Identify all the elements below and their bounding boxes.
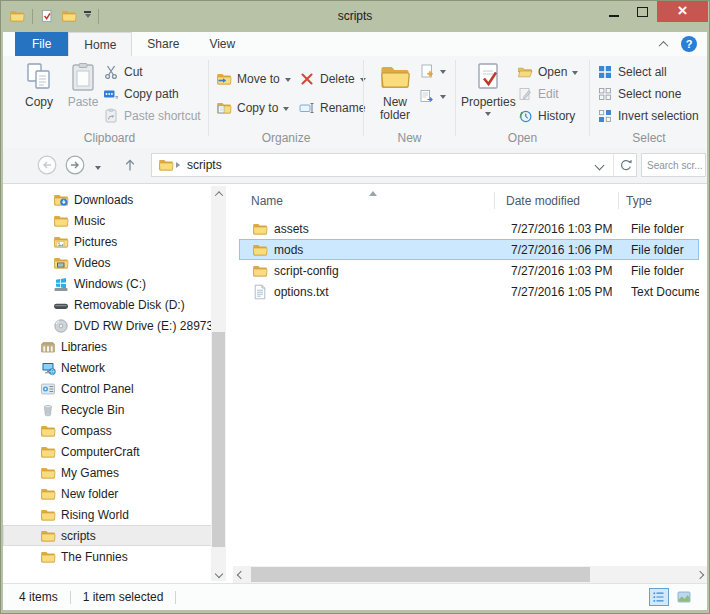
- rename-label: Rename: [320, 101, 365, 115]
- history-button[interactable]: History: [517, 106, 575, 126]
- minimize-button[interactable]: [599, 1, 628, 22]
- main-area: DownloadsMusicPicturesVideosWindows (C:)…: [3, 184, 707, 583]
- column-header-date-modified[interactable]: Date modified: [506, 194, 580, 208]
- invert-selection-label: Invert selection: [618, 109, 699, 123]
- tab-home[interactable]: Home: [68, 32, 132, 56]
- new-folder-label: New folder: [375, 96, 415, 122]
- address-bar[interactable]: scripts: [151, 153, 637, 177]
- copy-button[interactable]: Copy: [17, 61, 61, 109]
- sidebar-item-control-panel[interactable]: Control Panel: [3, 378, 213, 399]
- back-button[interactable]: [37, 155, 57, 175]
- close-button[interactable]: ×: [657, 1, 708, 22]
- refresh-icon[interactable]: [618, 157, 634, 173]
- sidebar-item-videos[interactable]: Videos: [3, 252, 213, 273]
- sidebar-scrollbar[interactable]: [211, 186, 226, 581]
- sidebar-item-computercraft[interactable]: ComputerCraft: [3, 441, 213, 462]
- column-header-type[interactable]: Type: [626, 194, 652, 208]
- column-header-name[interactable]: Name: [251, 194, 283, 208]
- group-label-open: Open: [456, 131, 589, 145]
- easy-access-button[interactable]: [419, 86, 446, 106]
- sidebar-item-dvd-rw-drive-e-28973-df[interactable]: DVD RW Drive (E:) 28973_DF: [3, 315, 213, 336]
- select-all-icon: [597, 64, 613, 80]
- new-folder-button[interactable]: New folder: [369, 61, 421, 122]
- sidebar-item-label: Pictures: [74, 235, 117, 249]
- address-dropdown-icon[interactable]: [595, 160, 605, 170]
- edit-icon: [517, 86, 533, 102]
- select-all-button[interactable]: Select all: [597, 62, 667, 82]
- help-icon[interactable]: ?: [681, 36, 697, 52]
- file-row-mods[interactable]: mods7/27/2016 1:06 PMFile folder: [239, 239, 699, 260]
- paste-shortcut-icon: [103, 108, 119, 124]
- sidebar-item-compass[interactable]: Compass: [3, 420, 213, 441]
- status-bar: 4 items 1 item selected: [3, 583, 707, 610]
- scroll-left-button[interactable]: [233, 566, 248, 583]
- new-item-icon: [419, 63, 435, 79]
- details-view-button[interactable]: [649, 588, 669, 606]
- recent-locations-button[interactable]: [95, 162, 101, 176]
- cut-button[interactable]: Cut: [103, 62, 143, 82]
- sidebar-item-network[interactable]: Network: [3, 357, 213, 378]
- file-row-script-config[interactable]: script-config7/27/2016 1:03 PMFile folde…: [239, 260, 699, 281]
- sidebar-item-removable-disk-d[interactable]: Removable Disk (D:): [3, 294, 213, 315]
- file-name: assets: [274, 222, 309, 236]
- navigation-pane: DownloadsMusicPicturesVideosWindows (C:)…: [3, 184, 233, 583]
- file-name: options.txt: [274, 285, 329, 299]
- sidebar-item-new-folder[interactable]: New folder: [3, 483, 213, 504]
- tab-share[interactable]: Share: [132, 32, 194, 56]
- delete-button[interactable]: Delete: [299, 69, 366, 89]
- sidebar-item-recycle-bin[interactable]: Recycle Bin: [3, 399, 213, 420]
- sidebar-item-windows-c[interactable]: Windows (C:): [3, 273, 213, 294]
- edit-button[interactable]: Edit: [517, 84, 559, 104]
- horizontal-scrollbar-thumb[interactable]: [251, 567, 590, 582]
- minimize-ribbon-icon[interactable]: [659, 40, 669, 50]
- file-row-assets[interactable]: assets7/27/2016 1:03 PMFile folder: [239, 218, 699, 239]
- sidebar-item-libraries[interactable]: Libraries: [3, 336, 213, 357]
- easy-access-icon: [419, 88, 435, 104]
- tab-view[interactable]: View: [194, 32, 250, 56]
- search-placeholder: Search scr...: [647, 160, 703, 171]
- move-to-button[interactable]: Move to: [216, 69, 291, 89]
- paste-shortcut-button[interactable]: Paste shortcut: [103, 106, 201, 126]
- copy-path-button[interactable]: Copy path: [103, 84, 179, 104]
- sidebar-item-the-funnies[interactable]: The Funnies: [3, 546, 213, 567]
- sidebar-item-downloads[interactable]: Downloads: [3, 189, 213, 210]
- sidebar-item-rising-world[interactable]: Rising World: [3, 504, 213, 525]
- breadcrumb-arrow-icon[interactable]: [176, 162, 183, 168]
- scroll-up-button[interactable]: [211, 186, 226, 201]
- column-headers: Name Date modified Type: [233, 189, 707, 212]
- invert-selection-button[interactable]: Invert selection: [597, 106, 699, 126]
- search-box[interactable]: Search scr...: [641, 153, 706, 177]
- up-button[interactable]: [122, 157, 138, 173]
- file-name: mods: [274, 243, 303, 257]
- thumbnails-view-button[interactable]: [674, 588, 694, 606]
- sidebar-scrollbar-thumb[interactable]: [212, 332, 225, 547]
- sidebar-item-label: ComputerCraft: [61, 445, 140, 459]
- file-list-horizontal-scrollbar[interactable]: [233, 566, 707, 583]
- file-row-options-txt[interactable]: options.txt7/27/2016 1:05 PMText Documen…: [239, 281, 699, 302]
- folder-videos-icon: [53, 255, 69, 271]
- select-none-icon: [597, 86, 613, 102]
- breadcrumb-path[interactable]: scripts: [187, 158, 222, 172]
- sidebar-item-scripts[interactable]: scripts: [3, 525, 213, 546]
- folder-icon: [252, 221, 268, 237]
- select-none-button[interactable]: Select none: [597, 84, 681, 104]
- tab-file[interactable]: File: [15, 32, 68, 56]
- new-item-button[interactable]: [419, 61, 446, 81]
- copy-path-icon: [103, 86, 119, 102]
- forward-button[interactable]: [65, 155, 85, 175]
- open-button[interactable]: Open: [517, 62, 578, 82]
- sidebar-item-my-games[interactable]: My Games: [3, 462, 213, 483]
- open-label: Open: [538, 65, 567, 79]
- properties-button[interactable]: Properties: [461, 61, 515, 122]
- folder-icon: [53, 213, 69, 229]
- scroll-right-button[interactable]: [692, 566, 707, 583]
- sidebar-item-pictures[interactable]: Pictures: [3, 231, 213, 252]
- maximize-button[interactable]: [628, 1, 657, 22]
- paste-button[interactable]: Paste: [63, 61, 103, 109]
- scroll-down-button[interactable]: [211, 566, 226, 581]
- rename-button[interactable]: Rename: [299, 98, 365, 118]
- cut-icon: [103, 64, 119, 80]
- sidebar-item-music[interactable]: Music: [3, 210, 213, 231]
- titlebar: scripts ×: [1, 1, 709, 32]
- copy-to-button[interactable]: Copy to: [216, 98, 289, 118]
